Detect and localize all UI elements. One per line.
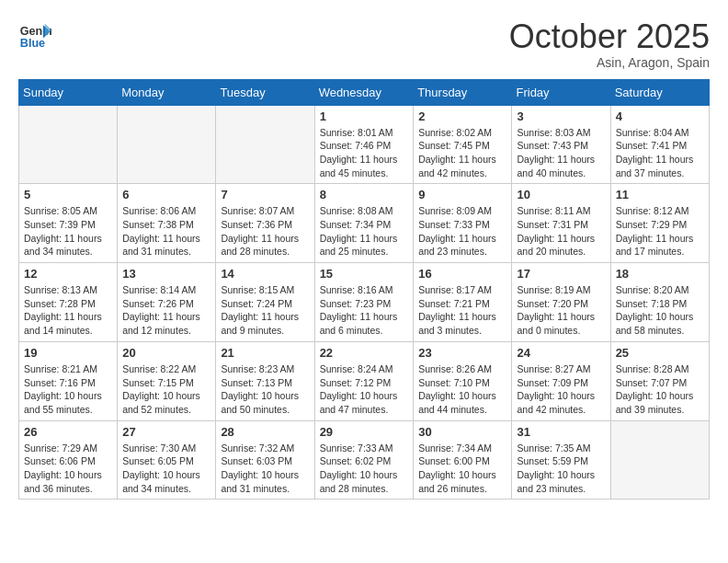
day-number: 29 — [320, 425, 409, 439]
calendar-cell: 31Sunrise: 7:35 AM Sunset: 5:59 PM Dayli… — [512, 420, 610, 500]
weekday-header: Tuesday — [216, 79, 314, 105]
calendar-cell: 26Sunrise: 7:29 AM Sunset: 6:06 PM Dayli… — [19, 420, 118, 500]
calendar-week-row: 26Sunrise: 7:29 AM Sunset: 6:06 PM Dayli… — [19, 420, 710, 500]
day-info: Sunrise: 8:24 AM Sunset: 7:12 PM Dayligh… — [320, 362, 409, 417]
day-info: Sunrise: 8:15 AM Sunset: 7:24 PM Dayligh… — [221, 283, 309, 338]
day-info: Sunrise: 8:06 AM Sunset: 7:38 PM Dayligh… — [122, 204, 210, 259]
day-number: 6 — [122, 188, 210, 201]
day-number: 28 — [221, 425, 309, 439]
calendar-cell: 24Sunrise: 8:27 AM Sunset: 7:09 PM Dayli… — [512, 341, 610, 420]
day-info: Sunrise: 8:17 AM Sunset: 7:21 PM Dayligh… — [418, 283, 506, 338]
day-info: Sunrise: 8:13 AM Sunset: 7:28 PM Dayligh… — [24, 283, 112, 338]
day-number: 23 — [418, 346, 506, 360]
calendar-cell: 12Sunrise: 8:13 AM Sunset: 7:28 PM Dayli… — [19, 263, 118, 342]
day-number: 5 — [24, 188, 112, 201]
day-info: Sunrise: 7:34 AM Sunset: 6:00 PM Dayligh… — [418, 442, 506, 496]
day-number: 19 — [24, 346, 112, 360]
calendar-cell: 10Sunrise: 8:11 AM Sunset: 7:31 PM Dayli… — [512, 184, 610, 263]
calendar-week-row: 12Sunrise: 8:13 AM Sunset: 7:28 PM Dayli… — [19, 263, 710, 342]
day-number: 31 — [517, 425, 605, 439]
calendar-cell: 19Sunrise: 8:21 AM Sunset: 7:16 PM Dayli… — [19, 341, 118, 420]
weekday-header: Friday — [512, 79, 610, 105]
calendar-cell — [216, 105, 314, 184]
calendar-cell: 28Sunrise: 7:32 AM Sunset: 6:03 PM Dayli… — [216, 420, 314, 500]
day-info: Sunrise: 8:21 AM Sunset: 7:16 PM Dayligh… — [24, 362, 112, 417]
day-number: 1 — [320, 109, 409, 123]
day-info: Sunrise: 8:07 AM Sunset: 7:36 PM Dayligh… — [221, 204, 309, 259]
calendar-cell — [19, 105, 118, 184]
weekday-header-row: SundayMondayTuesdayWednesdayThursdayFrid… — [19, 79, 710, 105]
day-number: 3 — [517, 109, 605, 123]
day-info: Sunrise: 8:05 AM Sunset: 7:39 PM Dayligh… — [24, 204, 112, 259]
calendar-week-row: 19Sunrise: 8:21 AM Sunset: 7:16 PM Dayli… — [19, 341, 710, 420]
calendar-cell — [610, 420, 709, 500]
day-number: 22 — [320, 346, 409, 360]
day-number: 20 — [122, 346, 210, 360]
weekday-header: Thursday — [414, 79, 512, 105]
day-info: Sunrise: 7:30 AM Sunset: 6:05 PM Dayligh… — [122, 442, 210, 496]
calendar-cell: 2Sunrise: 8:02 AM Sunset: 7:45 PM Daylig… — [414, 105, 512, 184]
day-info: Sunrise: 8:14 AM Sunset: 7:26 PM Dayligh… — [122, 283, 210, 338]
day-number: 12 — [24, 267, 112, 281]
calendar-cell: 25Sunrise: 8:28 AM Sunset: 7:07 PM Dayli… — [610, 341, 709, 420]
day-number: 17 — [517, 267, 605, 281]
calendar-cell: 15Sunrise: 8:16 AM Sunset: 7:23 PM Dayli… — [314, 263, 414, 342]
calendar-cell: 8Sunrise: 8:08 AM Sunset: 7:34 PM Daylig… — [314, 184, 414, 263]
calendar-cell: 21Sunrise: 8:23 AM Sunset: 7:13 PM Dayli… — [216, 341, 314, 420]
day-number: 16 — [418, 267, 506, 281]
calendar-cell: 14Sunrise: 8:15 AM Sunset: 7:24 PM Dayli… — [216, 263, 314, 342]
calendar-cell: 4Sunrise: 8:04 AM Sunset: 7:41 PM Daylig… — [610, 105, 709, 184]
calendar-cell: 29Sunrise: 7:33 AM Sunset: 6:02 PM Dayli… — [314, 420, 414, 500]
day-info: Sunrise: 8:26 AM Sunset: 7:10 PM Dayligh… — [418, 362, 506, 417]
calendar-cell: 20Sunrise: 8:22 AM Sunset: 7:15 PM Dayli… — [118, 341, 216, 420]
day-info: Sunrise: 8:09 AM Sunset: 7:33 PM Dayligh… — [418, 204, 506, 259]
calendar-cell: 13Sunrise: 8:14 AM Sunset: 7:26 PM Dayli… — [118, 263, 216, 342]
calendar-cell: 23Sunrise: 8:26 AM Sunset: 7:10 PM Dayli… — [414, 341, 512, 420]
calendar-cell: 27Sunrise: 7:30 AM Sunset: 6:05 PM Dayli… — [118, 420, 216, 500]
day-number: 18 — [616, 267, 704, 281]
day-number: 7 — [221, 188, 309, 201]
day-info: Sunrise: 8:04 AM Sunset: 7:41 PM Dayligh… — [616, 126, 704, 180]
calendar-cell: 7Sunrise: 8:07 AM Sunset: 7:36 PM Daylig… — [216, 184, 314, 263]
day-info: Sunrise: 7:32 AM Sunset: 6:03 PM Dayligh… — [221, 442, 309, 496]
calendar-cell: 11Sunrise: 8:12 AM Sunset: 7:29 PM Dayli… — [610, 184, 709, 263]
day-info: Sunrise: 7:35 AM Sunset: 5:59 PM Dayligh… — [517, 442, 605, 496]
day-number: 25 — [616, 346, 704, 360]
weekday-header: Wednesday — [314, 79, 414, 105]
day-info: Sunrise: 8:03 AM Sunset: 7:43 PM Dayligh… — [517, 126, 605, 180]
weekday-header: Sunday — [19, 79, 118, 105]
weekday-header: Monday — [118, 79, 216, 105]
calendar-cell: 6Sunrise: 8:06 AM Sunset: 7:38 PM Daylig… — [118, 184, 216, 263]
day-number: 24 — [517, 346, 605, 360]
day-info: Sunrise: 8:08 AM Sunset: 7:34 PM Dayligh… — [320, 204, 409, 259]
day-info: Sunrise: 8:01 AM Sunset: 7:46 PM Dayligh… — [320, 126, 409, 180]
day-number: 27 — [122, 425, 210, 439]
weekday-header: Saturday — [610, 79, 709, 105]
calendar-cell: 18Sunrise: 8:20 AM Sunset: 7:18 PM Dayli… — [610, 263, 709, 342]
day-number: 21 — [221, 346, 309, 360]
calendar-cell: 17Sunrise: 8:19 AM Sunset: 7:20 PM Dayli… — [512, 263, 610, 342]
day-number: 11 — [616, 188, 704, 201]
day-info: Sunrise: 8:12 AM Sunset: 7:29 PM Dayligh… — [616, 204, 704, 259]
day-info: Sunrise: 8:20 AM Sunset: 7:18 PM Dayligh… — [616, 283, 704, 338]
calendar-week-row: 1Sunrise: 8:01 AM Sunset: 7:46 PM Daylig… — [19, 105, 710, 184]
day-number: 26 — [24, 425, 112, 439]
day-info: Sunrise: 8:23 AM Sunset: 7:13 PM Dayligh… — [221, 362, 309, 417]
calendar-header: General Blue October 2025 Asin, Aragon, … — [18, 18, 710, 70]
day-number: 14 — [221, 267, 309, 281]
day-info: Sunrise: 8:02 AM Sunset: 7:45 PM Dayligh… — [418, 126, 506, 180]
calendar-cell: 22Sunrise: 8:24 AM Sunset: 7:12 PM Dayli… — [314, 341, 414, 420]
day-info: Sunrise: 7:29 AM Sunset: 6:06 PM Dayligh… — [24, 442, 112, 496]
svg-text:Blue: Blue — [20, 37, 45, 50]
day-info: Sunrise: 8:16 AM Sunset: 7:23 PM Dayligh… — [320, 283, 409, 338]
day-number: 13 — [122, 267, 210, 281]
calendar-cell: 5Sunrise: 8:05 AM Sunset: 7:39 PM Daylig… — [19, 184, 118, 263]
day-info: Sunrise: 8:22 AM Sunset: 7:15 PM Dayligh… — [122, 362, 210, 417]
day-info: Sunrise: 8:19 AM Sunset: 7:20 PM Dayligh… — [517, 283, 605, 338]
calendar-cell: 30Sunrise: 7:34 AM Sunset: 6:00 PM Dayli… — [414, 420, 512, 500]
calendar-week-row: 5Sunrise: 8:05 AM Sunset: 7:39 PM Daylig… — [19, 184, 710, 263]
day-info: Sunrise: 8:27 AM Sunset: 7:09 PM Dayligh… — [517, 362, 605, 417]
calendar-cell: 9Sunrise: 8:09 AM Sunset: 7:33 PM Daylig… — [414, 184, 512, 263]
month-title: October 2025 — [509, 18, 710, 55]
logo: General Blue — [18, 18, 51, 52]
